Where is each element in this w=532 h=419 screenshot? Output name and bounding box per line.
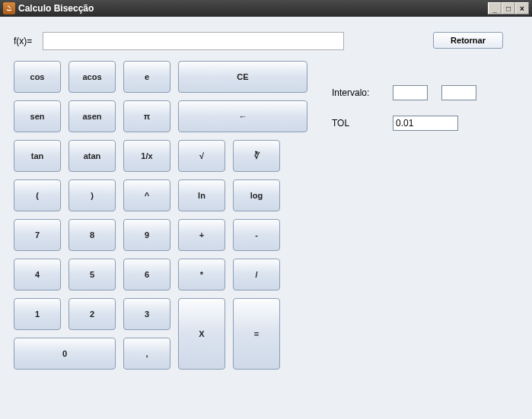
rparen-button[interactable]: ) bbox=[68, 179, 116, 211]
interval-b-input[interactable] bbox=[441, 85, 476, 100]
fx-input[interactable] bbox=[43, 32, 344, 50]
ln-button[interactable]: ln bbox=[178, 179, 225, 211]
six-button[interactable]: 6 bbox=[123, 259, 170, 290]
tan-button[interactable]: tan bbox=[14, 140, 61, 172]
ce-button[interactable]: CE bbox=[178, 61, 307, 93]
asen-button[interactable]: asen bbox=[68, 100, 116, 132]
sen-button[interactable]: sen bbox=[14, 100, 61, 132]
cbrt-button[interactable]: ∛ bbox=[233, 140, 280, 172]
tol-input[interactable] bbox=[393, 116, 458, 131]
window-title: Calculo Bisecção bbox=[18, 3, 488, 14]
nine-button[interactable]: 9 bbox=[123, 219, 170, 251]
java-icon bbox=[3, 2, 15, 14]
interval-a-input[interactable] bbox=[393, 85, 428, 100]
cos-button[interactable]: cos bbox=[14, 61, 61, 93]
retornar-button[interactable]: Retornar bbox=[433, 32, 503, 49]
tol-label: TOL bbox=[332, 118, 393, 129]
x-button[interactable]: X bbox=[178, 298, 225, 370]
acos-button[interactable]: acos bbox=[68, 61, 116, 93]
maximize-button[interactable]: □ bbox=[502, 2, 515, 14]
divide-button[interactable]: / bbox=[233, 259, 280, 290]
keypad: cos acos e CE sen asen π ← tan atan 1/x … bbox=[14, 61, 318, 370]
two-button[interactable]: 2 bbox=[68, 298, 116, 330]
e-button[interactable]: e bbox=[123, 61, 170, 93]
sqrt-button[interactable]: √ bbox=[178, 140, 225, 172]
five-button[interactable]: 5 bbox=[68, 259, 116, 290]
four-button[interactable]: 4 bbox=[14, 259, 61, 290]
fx-label: f(x)= bbox=[14, 36, 43, 46]
power-button[interactable]: ^ bbox=[123, 179, 170, 211]
backspace-button[interactable]: ← bbox=[178, 100, 307, 132]
seven-button[interactable]: 7 bbox=[14, 219, 61, 251]
interval-label: Intervalo: bbox=[332, 87, 393, 98]
eight-button[interactable]: 8 bbox=[68, 219, 116, 251]
titlebar: Calculo Bisecção _ □ × bbox=[0, 0, 532, 17]
multiply-button[interactable]: * bbox=[178, 259, 225, 290]
log-button[interactable]: log bbox=[233, 179, 280, 211]
one-button[interactable]: 1 bbox=[14, 298, 61, 330]
comma-button[interactable]: , bbox=[123, 338, 170, 370]
minimize-button[interactable]: _ bbox=[488, 2, 502, 14]
reciprocal-button[interactable]: 1/x bbox=[123, 140, 170, 172]
atan-button[interactable]: atan bbox=[68, 140, 116, 172]
minus-button[interactable]: - bbox=[233, 219, 280, 251]
equals-button[interactable]: = bbox=[233, 298, 280, 370]
three-button[interactable]: 3 bbox=[123, 298, 170, 330]
zero-button[interactable]: 0 bbox=[14, 338, 116, 370]
pi-button[interactable]: π bbox=[123, 100, 170, 132]
plus-button[interactable]: + bbox=[178, 219, 225, 251]
lparen-button[interactable]: ( bbox=[14, 179, 61, 211]
close-button[interactable]: × bbox=[515, 2, 529, 14]
content-area: f(x)= Retornar Intervalo: TOL cos acos e… bbox=[0, 17, 532, 419]
